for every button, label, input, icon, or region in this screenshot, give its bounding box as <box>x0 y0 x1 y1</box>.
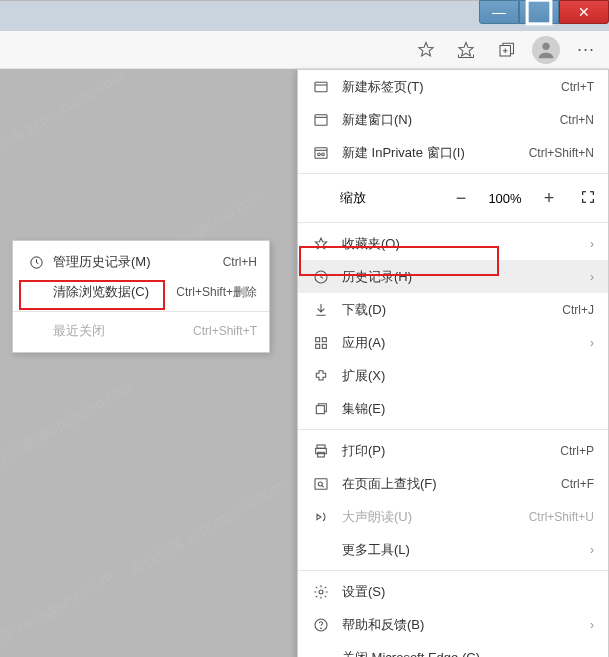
chevron-right-icon: › <box>590 237 594 251</box>
menu-shortcut: Ctrl+Shift+U <box>529 510 594 524</box>
collections-icon[interactable] <box>489 33 523 67</box>
menu-shortcut: Ctrl+Shift+N <box>529 146 594 160</box>
menu-shortcut: Ctrl+P <box>560 444 594 458</box>
svg-point-30 <box>321 627 322 628</box>
svg-rect-10 <box>315 114 327 125</box>
find-icon <box>310 476 332 492</box>
menu-more-tools[interactable]: 更多工具(L) › <box>298 533 608 566</box>
menu-shortcut: Ctrl+F <box>561 477 594 491</box>
submenu-label: 管理历史记录(M) <box>53 253 223 271</box>
chevron-right-icon: › <box>590 618 594 632</box>
more-button[interactable]: ··· <box>569 33 603 67</box>
menu-new-tab[interactable]: 新建标签页(T) Ctrl+T <box>298 70 608 103</box>
history-submenu: 管理历史记录(M) Ctrl+H 清除浏览数据(C) Ctrl+Shift+删除… <box>12 240 270 353</box>
menu-shortcut: Ctrl+T <box>561 80 594 94</box>
help-icon <box>310 617 332 633</box>
maximize-button[interactable] <box>519 0 559 24</box>
chevron-right-icon: › <box>590 336 594 350</box>
collections-icon <box>310 401 332 417</box>
submenu-recently-closed: 最近关闭 Ctrl+Shift+T <box>13 316 269 346</box>
menu-find[interactable]: 在页面上查找(F) Ctrl+F <box>298 467 608 500</box>
star-add-icon[interactable] <box>409 33 443 67</box>
history-icon <box>25 255 47 270</box>
menu-apps[interactable]: 应用(A) › <box>298 326 608 359</box>
download-icon <box>310 302 332 318</box>
submenu-shortcut: Ctrl+Shift+删除 <box>176 284 257 301</box>
star-icon <box>310 236 332 252</box>
menu-label: 集锦(E) <box>342 400 594 418</box>
menu-settings[interactable]: 设置(S) <box>298 575 608 608</box>
svg-rect-25 <box>315 478 327 489</box>
minimize-button[interactable]: — <box>479 0 519 24</box>
menu-separator <box>298 429 608 430</box>
menu-separator <box>298 173 608 174</box>
apps-icon <box>310 335 332 351</box>
zoom-out-button[interactable]: − <box>442 188 480 209</box>
menu-label: 应用(A) <box>342 334 582 352</box>
menu-history[interactable]: 历史记录(H) › <box>298 260 608 293</box>
menu-label: 新建 InPrivate 窗口(I) <box>342 144 529 162</box>
submenu-manage-history[interactable]: 管理历史记录(M) Ctrl+H <box>13 247 269 277</box>
submenu-shortcut: Ctrl+H <box>223 255 257 269</box>
menu-label: 收藏夹(O) <box>342 235 582 253</box>
submenu-clear-data[interactable]: 清除浏览数据(C) Ctrl+Shift+删除 <box>13 277 269 307</box>
svg-rect-21 <box>316 405 324 413</box>
svg-rect-18 <box>322 337 326 341</box>
svg-point-26 <box>318 482 322 486</box>
menu-new-window[interactable]: 新建窗口(N) Ctrl+N <box>298 103 608 136</box>
submenu-label: 清除浏览数据(C) <box>53 283 176 301</box>
menu-favorites[interactable]: 收藏夹(O) › <box>298 227 608 260</box>
profile-avatar[interactable] <box>529 33 563 67</box>
zoom-value: 100% <box>480 191 530 206</box>
svg-rect-17 <box>316 337 320 341</box>
svg-rect-20 <box>322 344 326 348</box>
close-button[interactable]: ✕ <box>559 0 609 24</box>
menu-label: 设置(S) <box>342 583 594 601</box>
watermark: 系统部落 xitongbuluo.com <box>0 67 127 170</box>
menu-separator <box>298 570 608 571</box>
svg-rect-12 <box>315 147 327 158</box>
menu-label: 更多工具(L) <box>342 541 582 559</box>
menu-separator <box>13 311 269 312</box>
menu-label: 扩展(X) <box>342 367 594 385</box>
watermark: 系统部落 xitongbuluo.com <box>127 477 287 580</box>
submenu-label: 最近关闭 <box>53 322 193 340</box>
page-background: 系统部落 xitongbuluo.com 系统部落 xitongbuluo.co… <box>0 69 297 657</box>
toolbar: ··· <box>0 31 609 69</box>
watermark: 系统部落 xitongbuluo.com <box>0 377 137 480</box>
fullscreen-button[interactable] <box>568 189 608 208</box>
new-tab-icon <box>310 79 332 95</box>
svg-point-15 <box>322 153 325 156</box>
menu-label: 新建标签页(T) <box>342 78 561 96</box>
print-icon <box>310 443 332 459</box>
inprivate-icon <box>310 145 332 161</box>
menu-separator <box>298 222 608 223</box>
menu-shortcut: Ctrl+N <box>560 113 594 127</box>
chevron-right-icon: › <box>590 270 594 284</box>
zoom-row: 缩放 − 100% + <box>298 178 608 218</box>
menu-collections[interactable]: 集锦(E) <box>298 392 608 425</box>
watermark: 系统部落 xitongbuluo.com <box>0 567 117 657</box>
menu-print[interactable]: 打印(P) Ctrl+P <box>298 434 608 467</box>
new-window-icon <box>310 112 332 128</box>
history-icon <box>310 269 332 285</box>
svg-point-7 <box>542 42 549 49</box>
menu-label: 大声朗读(U) <box>342 508 529 526</box>
read-aloud-icon <box>310 509 332 525</box>
menu-new-inprivate[interactable]: 新建 InPrivate 窗口(I) Ctrl+Shift+N <box>298 136 608 169</box>
main-menu: 新建标签页(T) Ctrl+T 新建窗口(N) Ctrl+N 新建 InPriv… <box>297 69 609 657</box>
menu-read-aloud: 大声朗读(U) Ctrl+Shift+U <box>298 500 608 533</box>
menu-downloads[interactable]: 下载(D) Ctrl+J <box>298 293 608 326</box>
svg-line-27 <box>322 485 324 487</box>
svg-rect-0 <box>527 0 551 24</box>
submenu-shortcut: Ctrl+Shift+T <box>193 324 257 338</box>
menu-close-edge[interactable]: 关闭 Microsoft Edge (C) <box>298 641 608 657</box>
extensions-icon <box>310 368 332 384</box>
zoom-in-button[interactable]: + <box>530 188 568 209</box>
gear-icon <box>310 584 332 600</box>
menu-extensions[interactable]: 扩展(X) <box>298 359 608 392</box>
svg-point-28 <box>319 590 323 594</box>
svg-rect-19 <box>316 344 320 348</box>
menu-help[interactable]: 帮助和反馈(B) › <box>298 608 608 641</box>
favorites-icon[interactable] <box>449 33 483 67</box>
